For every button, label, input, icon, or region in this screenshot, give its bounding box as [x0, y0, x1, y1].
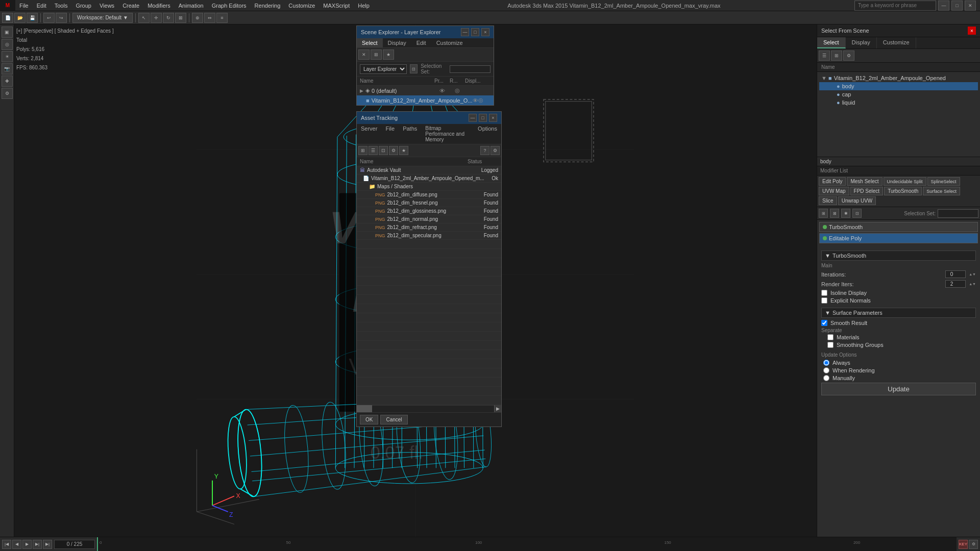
at-hscroll-thumb[interactable]: [357, 405, 372, 412]
create-sys-btn[interactable]: ⚙: [2, 88, 13, 99]
minimize-btn[interactable]: —: [938, 1, 949, 11]
menu-rendering[interactable]: Rendering: [251, 0, 285, 11]
se-eye2-icon[interactable]: 👁: [473, 97, 478, 104]
stack-icon2[interactable]: ⊠: [830, 209, 839, 218]
at-tb-btn1[interactable]: ⊞: [358, 146, 368, 155]
ts-rendering-radio[interactable]: [823, 367, 829, 373]
at-row-fresnel[interactable]: PNG 2b12_dim_fresnel.png Found: [357, 199, 501, 207]
ts-render-iter-input[interactable]: [945, 280, 966, 288]
sfs-icon-btn2[interactable]: ⊞: [831, 51, 842, 61]
undo-btn[interactable]: ↩: [43, 13, 55, 23]
menu-maxscript[interactable]: MAXScript: [319, 0, 354, 11]
ts-explicit-check[interactable]: [821, 297, 827, 304]
at-tb-btn3[interactable]: ⊡: [379, 146, 388, 155]
move-btn[interactable]: ✛: [151, 13, 162, 23]
se-min-btn[interactable]: —: [461, 28, 469, 36]
at-mi-server[interactable]: Server: [357, 124, 381, 144]
ts-update-btn[interactable]: Update: [821, 383, 976, 395]
at-row-diffuse[interactable]: PNG 2b12_dim_diffuse.png Found: [357, 191, 501, 199]
open-btn[interactable]: 📂: [14, 13, 26, 23]
mod-turbsmooth-item[interactable]: TurboSmooth: [819, 222, 978, 232]
at-row-normal[interactable]: PNG 2b12_dim_normal.png Found: [357, 215, 501, 223]
at-tb-help[interactable]: ?: [480, 146, 489, 155]
ts-smooth-check[interactable]: [821, 320, 827, 326]
tree-item-root[interactable]: ▼ ■ Vitamin_B12_2ml_Amber_Ampoule_Opened: [819, 74, 978, 82]
timeline-cursor[interactable]: [97, 537, 98, 551]
menu-views[interactable]: Views: [95, 0, 118, 11]
at-restore-btn[interactable]: □: [479, 114, 487, 122]
create-cam-btn[interactable]: 📷: [2, 63, 13, 74]
sfs-icon-btn1[interactable]: ☰: [819, 51, 830, 61]
se-close-btn[interactable]: ×: [481, 28, 489, 36]
ts-always-radio[interactable]: [823, 360, 829, 366]
at-hscrollbar[interactable]: ▶: [357, 405, 501, 412]
rotate-btn[interactable]: ↻: [163, 13, 174, 23]
selection-set-input[interactable]: [938, 209, 978, 218]
menu-graph-editors[interactable]: Graph Editors: [208, 0, 251, 11]
search-input[interactable]: [854, 1, 936, 11]
se-tab-select[interactable]: Select: [357, 38, 383, 47]
se-layer-select[interactable]: Layer Explorer: [360, 64, 407, 74]
ts-iter-arrows[interactable]: ▲▼: [969, 272, 976, 276]
sfs-close-btn[interactable]: ×: [968, 27, 976, 35]
se-render-icon[interactable]: ◎: [455, 87, 460, 93]
time-config-btn[interactable]: ⚙: [969, 540, 978, 549]
at-tb-btn2[interactable]: ☰: [369, 146, 378, 155]
se-tab-customize[interactable]: Customize: [431, 38, 468, 47]
at-row-glossiness[interactable]: PNG 2b12_dim_glossiness.png Found: [357, 207, 501, 215]
fpd-select-btn[interactable]: FPD Select: [850, 187, 884, 195]
create-light-btn[interactable]: ☀: [2, 51, 13, 62]
mirror-btn[interactable]: ⇔: [204, 13, 215, 23]
se-restore-btn[interactable]: □: [471, 28, 479, 36]
se-row-vitamin[interactable]: ■ Vitamin_B12_2ml_Amber_Ampoule_O... 👁 ◎: [357, 95, 494, 105]
redo-btn[interactable]: ↪: [56, 13, 67, 23]
at-tb-btn5[interactable]: ★: [399, 146, 408, 155]
align-btn[interactable]: ≡: [216, 13, 228, 23]
menu-edit[interactable]: Edit: [33, 0, 51, 11]
next-frame-btn[interactable]: ▶|: [33, 540, 42, 549]
edit-poly-btn[interactable]: Edit Poly: [819, 177, 846, 186]
unwrap-uvw-btn[interactable]: Unwrap UVW: [838, 196, 876, 205]
ts-isoline-check[interactable]: [821, 290, 827, 296]
sfs-tab-display[interactable]: Display: [846, 37, 877, 48]
at-row-refract[interactable]: PNG 2b12_dim_refract.png Found: [357, 223, 501, 232]
menu-tools[interactable]: Tools: [51, 0, 72, 11]
se-eye-icon[interactable]: 👁: [439, 88, 445, 94]
play-btn[interactable]: ▶: [22, 540, 32, 549]
snap-btn[interactable]: ⊕: [192, 13, 203, 23]
go-start-btn[interactable]: |◀: [2, 540, 11, 549]
stack-icon4[interactable]: ⊡: [852, 209, 862, 218]
ts-smoothgroups-check[interactable]: [827, 342, 834, 348]
se-tb-btn1[interactable]: ✕: [358, 49, 370, 60]
ts-iter-input[interactable]: [945, 270, 966, 278]
menu-help[interactable]: Help: [354, 0, 374, 11]
tree-item-body[interactable]: ● body: [819, 82, 978, 90]
se-row-default[interactable]: ▶ ◈ 0 (default) 👁 ◎: [357, 86, 494, 95]
se-render2-icon[interactable]: ◎: [478, 97, 483, 103]
tree-item-cap[interactable]: ● cap: [819, 90, 978, 98]
workspace-btn[interactable]: Workspace: Default ▼: [72, 13, 133, 23]
uvw-map-btn[interactable]: UVW Map: [819, 187, 849, 195]
at-row-file[interactable]: 📄 Vitamin_B12_2ml_Amber_Ampoule_Opened_m…: [357, 174, 501, 183]
at-row-maps[interactable]: 📁 Maps / Shaders: [357, 183, 501, 191]
at-mi-options[interactable]: Options: [474, 124, 501, 144]
se-tb-btn3[interactable]: ★: [383, 49, 394, 60]
stack-icon1[interactable]: ⊞: [819, 209, 828, 218]
menu-group[interactable]: Group: [71, 0, 95, 11]
se-tab-edit[interactable]: Edit: [411, 38, 431, 47]
maximize-btn[interactable]: □: [951, 1, 963, 11]
se-tab-display[interactable]: Display: [383, 38, 411, 47]
create-geo-btn[interactable]: ▣: [2, 27, 13, 38]
close-btn[interactable]: ✕: [965, 1, 976, 11]
at-row-vault[interactable]: 🏛 Autodesk Vault Logged: [357, 166, 501, 174]
menu-file[interactable]: File: [15, 0, 33, 11]
se-tb-btn2[interactable]: ⊞: [371, 49, 382, 60]
at-mi-paths[interactable]: Paths: [399, 124, 421, 144]
se-sel-btn[interactable]: ⊡: [410, 64, 418, 73]
create-shape-btn[interactable]: ◎: [2, 39, 13, 50]
ts-title[interactable]: ▼ TurboSmooth: [821, 251, 976, 261]
menu-animation[interactable]: Animation: [175, 0, 208, 11]
create-helper-btn[interactable]: ✚: [2, 76, 13, 87]
sfs-tab-select[interactable]: Select: [817, 37, 846, 48]
tree-item-liquid[interactable]: ● liquid: [819, 98, 978, 107]
